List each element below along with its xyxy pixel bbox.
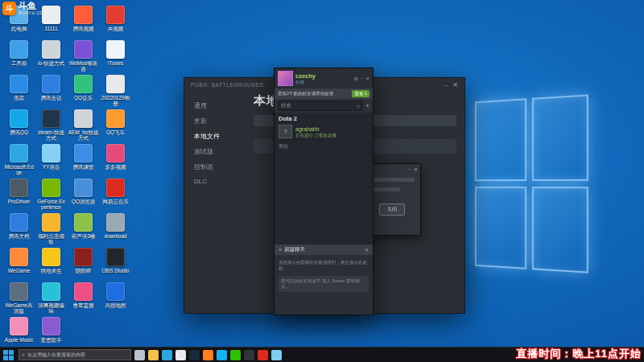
desktop-icon-image [10, 179, 28, 197]
desktop-icon[interactable]: GeForce Experience [35, 177, 67, 211]
edge-icon[interactable] [162, 350, 172, 360]
start-button[interactable] [2, 348, 15, 362]
desktop-icon[interactable]: 迅雷 [3, 73, 35, 107]
desktop-icon-label: 网易云音乐 [101, 199, 131, 204]
taskbar-search[interactable]: ⌕ 在这里输入你要搜索的内容 [19, 349, 131, 360]
desktop-icon-label: 阴阳师 [68, 268, 99, 274]
steam-nav-item[interactable]: 测试版 [184, 144, 254, 159]
desktop-icon-label: download [101, 233, 131, 239]
desktop-icon[interactable]: download [100, 212, 131, 245]
desktop-icon-label: 高德地图 [101, 302, 131, 308]
steam-nav-item[interactable]: 通用 [184, 98, 254, 113]
steam-nav-item[interactable]: DLC [184, 175, 254, 188]
netease-music-icon[interactable] [258, 350, 268, 360]
desktop-icon-image [42, 75, 60, 93]
desktop-icon-image [10, 248, 28, 266]
desktop-icon-label: io-快捷方式 [36, 60, 67, 66]
desktop-icon[interactable]: 央视频 [100, 4, 131, 38]
desktop-icon[interactable]: YY语音 [35, 142, 67, 176]
new-chat-bar[interactable]: + 新建聊天 ✕ [275, 245, 373, 255]
add-friend-icon[interactable]: + [365, 102, 369, 109]
obs-icon[interactable] [244, 350, 254, 360]
desktop-icon-label: 香草直播 [68, 302, 99, 308]
steam-icon[interactable] [189, 350, 200, 360]
desktop-icon[interactable]: 20220129相册 [100, 73, 131, 107]
desktop-icon-label: WeGame高清版 [4, 302, 35, 314]
douyu-watermark-text: 斗鱼 DOUYU.COM [19, 2, 47, 15]
desktop-icon[interactable]: 腾讯QQ [3, 108, 35, 142]
yy-icon[interactable] [271, 350, 282, 360]
desktop-icon[interactable]: iTunes [100, 39, 131, 72]
friends-username: czechy [295, 72, 351, 80]
taskbar-icons [134, 350, 282, 360]
desktop-icon[interactable]: 高德地图 [100, 281, 131, 315]
desktop-icon-label: 福利点击领取 [36, 233, 67, 245]
desktop-icon[interactable]: steam-快捷方式 [35, 108, 67, 142]
desktop-icon-label: QQ浏览器 [68, 199, 99, 204]
desktop-icon-image [42, 317, 60, 335]
desktop-icon-label: Microsoft Edge [4, 164, 35, 175]
friend-list-item[interactable]: ? agrahahh 正在进行 刀塔自走棋 [275, 123, 373, 140]
desktop-icon[interactable]: 腾讯视频 [68, 4, 99, 38]
desktop-icon[interactable]: OBS Studio [100, 246, 131, 280]
wechat-icon[interactable] [230, 350, 241, 360]
steam-nav-item[interactable]: 本地文件 [184, 129, 254, 144]
desktop-icon-image [106, 144, 125, 162]
close-icon[interactable]: ✕ [365, 76, 369, 81]
desktop-icon[interactable]: 香草直播 [68, 281, 99, 315]
desktop-icon[interactable]: Microsoft Edge [3, 142, 35, 176]
desktop-icon[interactable]: AEM_bo快捷方式 [68, 108, 99, 142]
desktop-icon[interactable]: 网易云音乐 [100, 177, 131, 211]
close-icon[interactable]: ✕ [365, 247, 369, 253]
friend-request-text: 您有2个新的好友请求待处理 [278, 91, 349, 97]
desktop-icon[interactable]: WeGame高清版 [3, 281, 35, 315]
qq-icon[interactable] [217, 350, 227, 360]
desktop-icon-image [10, 40, 28, 59]
close-icon[interactable]: ✕ [414, 167, 418, 172]
steam-dialog-titlebar: – ✕ [366, 167, 418, 172]
desktop-icon[interactable]: QQ飞车 [100, 108, 131, 142]
dialog-close-button[interactable]: 关闭 [379, 204, 405, 216]
offline-section-header[interactable]: 离线 [275, 140, 373, 152]
chrome-icon[interactable] [175, 350, 186, 360]
desktop-icon[interactable]: 阴阳师 [68, 246, 99, 280]
steam-nav-item[interactable]: 控制器 [184, 159, 254, 175]
friend-avatar: ? [279, 125, 292, 138]
desktop-icon[interactable]: ProDriver [3, 177, 35, 211]
chat-hints-area: 当您加入的群聊天有新消息时，将会显示在此处。 您可以从好友列表中 加入 Stea… [275, 255, 373, 315]
desktop-icon[interactable]: QQ音乐 [68, 73, 99, 107]
windows-flag-icon [9, 350, 14, 355]
desktop-icon[interactable]: 绝地求生 [35, 246, 67, 280]
friends-group-header[interactable]: Dota 2 [275, 113, 373, 123]
desktop-icon[interactable]: Apple Music [3, 315, 35, 349]
desktop-icon[interactable]: 腾讯课堂 [68, 142, 99, 176]
desktop-icon[interactable]: 工具箱 [3, 39, 35, 72]
desktop-icon[interactable]: 福利点击领取 [35, 212, 67, 245]
desktop-icon[interactable]: 多多视频 [100, 142, 131, 176]
desktop-icon-image [10, 144, 28, 162]
steam-nav-item[interactable]: 更新 [184, 113, 254, 129]
minimize-icon[interactable]: – [361, 76, 363, 81]
file-explorer-icon[interactable] [148, 350, 159, 360]
desktop-icon[interactable]: WeGame [3, 246, 35, 280]
windows-logo-pane [532, 94, 588, 181]
minimize-icon[interactable]: – [407, 167, 410, 172]
douyu-icon[interactable] [203, 350, 213, 360]
desktop-icon[interactable]: 腾讯会议 [35, 73, 67, 107]
friends-search-input[interactable]: 好友 ⌕ [278, 101, 363, 111]
desktop-icon[interactable]: 腾讯文档 [3, 212, 35, 245]
desktop-icon[interactable]: 清爽视频编辑 [35, 281, 67, 315]
desktop-icon[interactable]: QQ浏览器 [68, 177, 99, 211]
desktop-icon-label: 央视频 [101, 26, 131, 31]
desktop-icon[interactable]: io-快捷方式 [35, 39, 67, 72]
minimize-icon[interactable]: – [444, 81, 448, 88]
desktop-icon[interactable]: WeMod修改器 [68, 39, 99, 72]
user-avatar[interactable] [278, 71, 293, 86]
gear-icon[interactable]: ⚙ [353, 76, 357, 81]
view-requests-button[interactable]: 查看 1 [352, 90, 369, 97]
task-view-icon[interactable] [134, 350, 145, 360]
close-icon[interactable]: ✕ [452, 81, 458, 88]
desktop-icon[interactable]: 葫芦侠3楼 [68, 212, 99, 245]
desktop-icon[interactable]: 爱思助手 [35, 315, 67, 349]
search-icon: ⌕ [357, 103, 360, 109]
